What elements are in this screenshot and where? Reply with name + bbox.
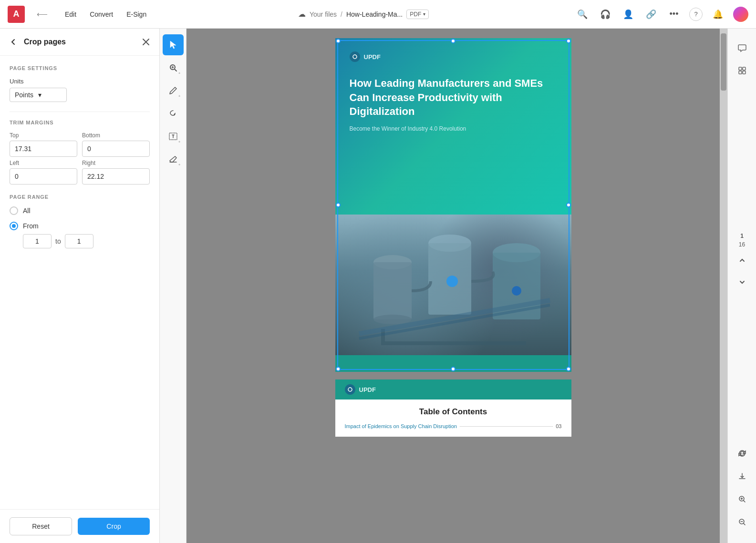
page2-logo-circle [345, 384, 355, 395]
svg-point-11 [512, 286, 521, 296]
toc-num-1: 03 [556, 423, 561, 429]
scrollbar-thumb[interactable] [721, 33, 726, 91]
svg-point-5 [373, 315, 412, 324]
from-radio-item[interactable]: From [10, 222, 150, 230]
right-panel: 1 16 [727, 29, 756, 543]
toolbar-breadcrumb: ☁ Your files / How-Leading-Ma... PDF ▾ [162, 10, 565, 19]
svg-rect-14 [743, 67, 746, 70]
toolbar: A ⟵ Edit Convert E-Sign ☁ Your files / H… [0, 0, 756, 29]
page-range-section: PAGE RANGE All From to [10, 194, 150, 248]
user-avatar[interactable] [733, 7, 748, 22]
panel-footer: Reset Crop [0, 509, 159, 543]
page2-logo-text: UPDF [359, 386, 376, 393]
page-indicator: 1 16 [739, 233, 745, 248]
breadcrumb-filetype[interactable]: PDF ▾ [406, 10, 429, 19]
scroll-down-btn[interactable] [733, 273, 752, 292]
bottom-input[interactable] [82, 141, 150, 157]
zoom-in-btn[interactable] [733, 490, 752, 509]
panel-content: PAGE SETTINGS Units Points ▾ TRIM MARGIN… [0, 56, 159, 509]
svg-point-12 [348, 388, 352, 391]
right-input[interactable] [82, 168, 150, 184]
pdf-page1-inner: UPDF How Leading Manufacturers and SMEs … [335, 38, 571, 372]
tool-sidebar: + + + + [160, 29, 186, 543]
top-input[interactable] [10, 141, 77, 157]
grid-view-btn[interactable] [733, 61, 752, 80]
units-value: Points [15, 91, 33, 99]
notification-btn[interactable]: 🔔 [710, 7, 725, 22]
comment-btn[interactable] [733, 38, 752, 57]
help-btn[interactable]: ? [689, 8, 703, 21]
units-label: Units [10, 78, 150, 85]
toc-dots-1 [460, 426, 553, 427]
eraser-badge: + [178, 163, 181, 167]
from-radio-wrapper: From to [10, 222, 150, 248]
search-btn[interactable]: 🔍 [575, 7, 590, 22]
factory-svg [335, 215, 571, 355]
crop-button[interactable]: Crop [78, 518, 150, 535]
esign-menu[interactable]: E-Sign [121, 8, 152, 21]
current-page: 1 [740, 233, 744, 239]
breadcrumb-yourfiles[interactable]: Your files [310, 10, 337, 18]
panel-title: Crop pages [24, 38, 135, 46]
panel-back-btn[interactable] [8, 36, 19, 48]
pdf-scrollbar[interactable] [720, 29, 727, 543]
units-dropdown[interactable]: Points ▾ [10, 88, 67, 102]
main-area: Crop pages PAGE SETTINGS Units Points ▾ … [0, 29, 756, 543]
reset-button[interactable]: Reset [10, 517, 72, 535]
account-btn[interactable]: 👤 [621, 7, 636, 22]
left-input[interactable] [10, 168, 77, 184]
link-btn[interactable]: 🔗 [643, 7, 659, 22]
all-radio-item[interactable]: All [10, 206, 150, 215]
refresh-btn[interactable] [733, 444, 752, 463]
all-radio-circle [10, 206, 18, 215]
svg-rect-13 [739, 67, 742, 70]
zoom-tool-btn[interactable]: + [163, 57, 184, 78]
page1-logo-bar: UPDF [350, 51, 557, 62]
convert-menu[interactable]: Convert [84, 8, 119, 21]
eraser-tool-btn[interactable]: + [163, 149, 184, 170]
zoom-badge: + [178, 71, 181, 75]
from-start-input[interactable] [23, 234, 52, 248]
lasso-tool-btn[interactable] [163, 103, 184, 124]
cloud-icon: ☁ [298, 10, 306, 19]
from-end-input[interactable] [65, 234, 93, 248]
page-range-label: PAGE RANGE [10, 194, 150, 200]
edit-menu[interactable]: Edit [59, 8, 82, 21]
zoom-out-btn[interactable] [733, 512, 752, 532]
page2-content: Table of Contents Impact of Epidemics on… [335, 400, 571, 437]
pdf-viewer[interactable]: UPDF How Leading Manufacturers and SMEs … [186, 29, 720, 543]
logo-text: A [13, 9, 20, 19]
scroll-up-btn[interactable] [733, 251, 752, 270]
left-label: Left [10, 160, 77, 166]
text-tool-btn[interactable]: + [163, 126, 184, 147]
dropdown-arrow-icon: ▾ [423, 11, 425, 17]
page1-teal-strip [335, 355, 571, 372]
pdf-page2-inner: UPDF Table of Contents Impact of Epidemi… [335, 379, 571, 437]
cursor-tool-btn[interactable] [163, 34, 184, 55]
breadcrumb-filename[interactable]: How-Leading-Ma... [346, 10, 403, 18]
svg-rect-4 [373, 262, 412, 319]
download-btn[interactable] [733, 467, 752, 486]
headphone-btn[interactable]: 🎧 [598, 7, 613, 22]
right-icons-bottom [733, 444, 752, 537]
history-back-btn[interactable]: ⟵ [34, 7, 50, 22]
divider-trim [10, 112, 150, 112]
text-badge: + [178, 140, 181, 144]
toolbar-right-actions: 🔍 🎧 👤 🔗 ••• ? 🔔 [575, 7, 748, 22]
page1-factory-image [335, 215, 571, 355]
top-label: Top [10, 132, 77, 139]
from-range-row: to [23, 234, 150, 248]
page1-logo-text: UPDF [364, 53, 381, 61]
page1-subtitle: Become the Winner of Industry 4.0 Revolu… [350, 125, 557, 132]
from-radio-label: From [23, 222, 39, 230]
more-btn[interactable]: ••• [666, 7, 682, 22]
crop-panel: Crop pages PAGE SETTINGS Units Points ▾ … [0, 29, 160, 543]
top-field: Top [10, 132, 77, 157]
svg-rect-15 [739, 71, 742, 74]
page-total: 16 [739, 241, 745, 248]
page1-header: UPDF How Leading Manufacturers and SMEs … [335, 38, 571, 215]
pen-tool-btn[interactable]: + [163, 80, 184, 101]
right-icons-top [733, 34, 752, 80]
panel-close-btn[interactable] [140, 36, 152, 48]
margin-left-right-row: Left Right [10, 160, 150, 184]
